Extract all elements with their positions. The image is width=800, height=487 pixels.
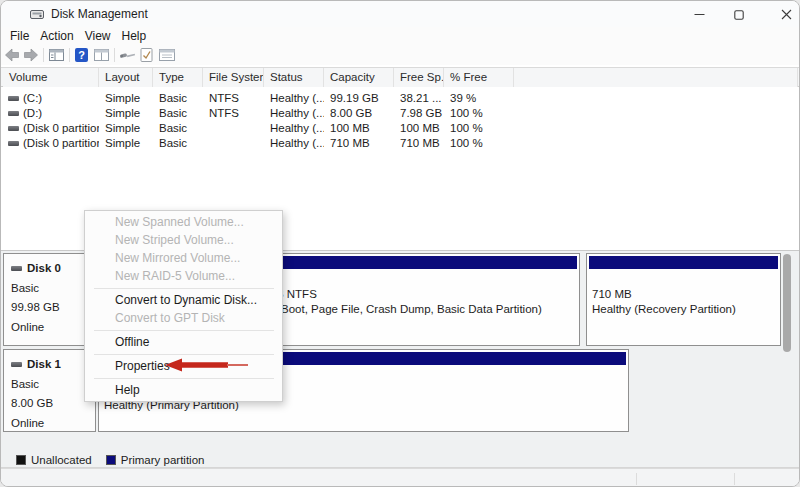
- partition-health: Healthy (Boot, Page File, Crash Dump, Ba…: [235, 302, 577, 318]
- column-header-capacity[interactable]: Capacity: [324, 68, 394, 87]
- column-header-layout[interactable]: Layout: [99, 68, 153, 87]
- toolbar-separator: [69, 48, 70, 62]
- cell-volume: (D:): [3, 106, 99, 121]
- disk-management-window: Disk Management File Action View Help: [0, 0, 800, 487]
- disk-status: Online: [11, 321, 44, 333]
- minimize-button[interactable]: [684, 4, 714, 25]
- vertical-scrollbar-thumb[interactable]: [783, 254, 791, 352]
- menu-help[interactable]: Help: [121, 29, 148, 43]
- cell-pct-free: 100 %: [444, 136, 514, 151]
- cell-layout: Simple: [99, 91, 153, 106]
- cell-free: 38.21 ...: [394, 91, 444, 106]
- menu-item-help[interactable]: Help: [85, 381, 282, 399]
- maximize-button[interactable]: [724, 4, 754, 25]
- menu-item-convert-to-gpt-disk: Convert to GPT Disk: [85, 309, 282, 327]
- volume-row[interactable]: (Disk 0 partition... Simple Basic Health…: [1, 121, 799, 136]
- cell-volume: (Disk 0 partition...: [3, 121, 99, 136]
- column-header-free-space[interactable]: Free Sp...: [394, 68, 444, 87]
- legend-label-unallocated: Unallocated: [31, 454, 92, 466]
- column-header-volume[interactable]: Volume: [3, 68, 99, 87]
- menu-item-new-raid5-volume: New RAID-5 Volume...: [85, 267, 282, 285]
- cell-status: Healthy (...: [264, 136, 324, 151]
- cell-layout: Simple: [99, 106, 153, 121]
- unallocated-swatch: [16, 455, 26, 465]
- disk0-partition-recovery[interactable]: 710 MB Healthy (Recovery Partition): [586, 253, 781, 346]
- partition-size: 710 MB: [592, 287, 778, 303]
- column-header-type[interactable]: Type: [153, 68, 203, 87]
- disk-type: Basic: [11, 282, 39, 294]
- cell-fs: NTFS: [203, 91, 264, 106]
- cell-layout: Simple: [99, 136, 153, 151]
- cell-pct-free: 100 %: [444, 106, 514, 121]
- cell-capacity: 99.19 GB: [324, 91, 394, 106]
- cell-free: 710 MB: [394, 136, 444, 151]
- partition-color-bar: [589, 256, 778, 269]
- cell-pct-free: 100 %: [444, 121, 514, 136]
- menu-item-new-mirrored-volume: New Mirrored Volume...: [85, 249, 282, 267]
- cell-type: Basic: [153, 106, 203, 121]
- close-button[interactable]: [771, 4, 800, 25]
- disk1-label-cell[interactable]: Disk 1 Basic 8.00 GB Online: [3, 349, 96, 432]
- cell-pct-free: 39 %: [444, 91, 514, 106]
- cell-capacity: 710 MB: [324, 136, 394, 151]
- status-bar: [1, 468, 799, 487]
- window-title: Disk Management: [51, 7, 148, 21]
- screwdriver-icon[interactable]: [119, 47, 137, 63]
- console-tree-icon[interactable]: [48, 47, 65, 63]
- red-annotation-arrow-icon: [164, 357, 250, 373]
- column-header-file-system[interactable]: File System: [203, 68, 264, 87]
- disk-icon: [11, 266, 22, 271]
- menu-item-convert-to-dynamic-disk[interactable]: Convert to Dynamic Disk...: [85, 291, 282, 309]
- legend: Unallocated Primary partition: [1, 451, 799, 468]
- cell-layout: Simple: [99, 121, 153, 136]
- cell-type: Basic: [153, 91, 203, 106]
- primary-partition-swatch: [106, 455, 116, 465]
- volume-row[interactable]: (D:) Simple Basic NTFS Healthy (... 8.00…: [1, 106, 799, 121]
- cell-capacity: 100 MB: [324, 121, 394, 136]
- partition-size: 99.19 GB NTFS: [235, 287, 577, 303]
- title-bar: Disk Management: [1, 1, 799, 27]
- disk-size: 8.00 GB: [11, 397, 53, 409]
- disk0-label-cell[interactable]: Disk 0 Basic 99.98 GB Online: [3, 253, 96, 346]
- check-document-icon[interactable]: [139, 47, 154, 63]
- cell-fs: [203, 136, 264, 151]
- cell-fs: NTFS: [203, 106, 264, 121]
- menu-view[interactable]: View: [84, 29, 112, 43]
- toolbar-separator: [114, 48, 115, 62]
- cell-free: 100 MB: [394, 121, 444, 136]
- cell-type: Basic: [153, 136, 203, 151]
- disk-icon: [11, 362, 22, 367]
- menu-item-offline[interactable]: Offline: [85, 333, 282, 351]
- column-header-blank: [514, 68, 798, 87]
- toolbar-separator: [43, 48, 44, 62]
- menu-action[interactable]: Action: [39, 29, 74, 43]
- forward-icon[interactable]: [23, 47, 39, 63]
- volume-row[interactable]: (C:) Simple Basic NTFS Healthy (... 99.1…: [1, 91, 799, 106]
- partition-color-bar: [232, 256, 577, 269]
- help-icon[interactable]: ?: [74, 47, 89, 63]
- statusbar-separator: [734, 473, 735, 485]
- partition-health: Healthy (Recovery Partition): [592, 302, 778, 318]
- cell-fs: [203, 121, 264, 136]
- cell-volume: (Disk 0 partition...: [3, 136, 99, 151]
- partition-name: (C:): [235, 271, 577, 287]
- menu-item-new-spanned-volume: New Spanned Volume...: [85, 213, 282, 231]
- menu-separator: [94, 288, 274, 289]
- disk-name: Disk 1: [27, 355, 61, 375]
- show-hide-icon[interactable]: [93, 47, 110, 63]
- back-icon[interactable]: [4, 47, 20, 63]
- cell-status: Healthy (...: [264, 91, 324, 106]
- menu-separator: [94, 378, 274, 379]
- disk-type: Basic: [11, 378, 39, 390]
- toolbar: ?: [1, 44, 799, 66]
- disk-status: Online: [11, 417, 44, 429]
- svg-text:?: ?: [78, 49, 85, 61]
- menu-separator: [94, 354, 274, 355]
- cell-type: Basic: [153, 121, 203, 136]
- volume-row[interactable]: (Disk 0 partition... Simple Basic Health…: [1, 136, 799, 151]
- column-header-status[interactable]: Status: [264, 68, 324, 87]
- menu-file[interactable]: File: [9, 29, 30, 43]
- column-header-pct-free[interactable]: % Free: [444, 68, 514, 87]
- properties-window-icon[interactable]: [158, 47, 176, 63]
- statusbar-separator: [636, 473, 637, 485]
